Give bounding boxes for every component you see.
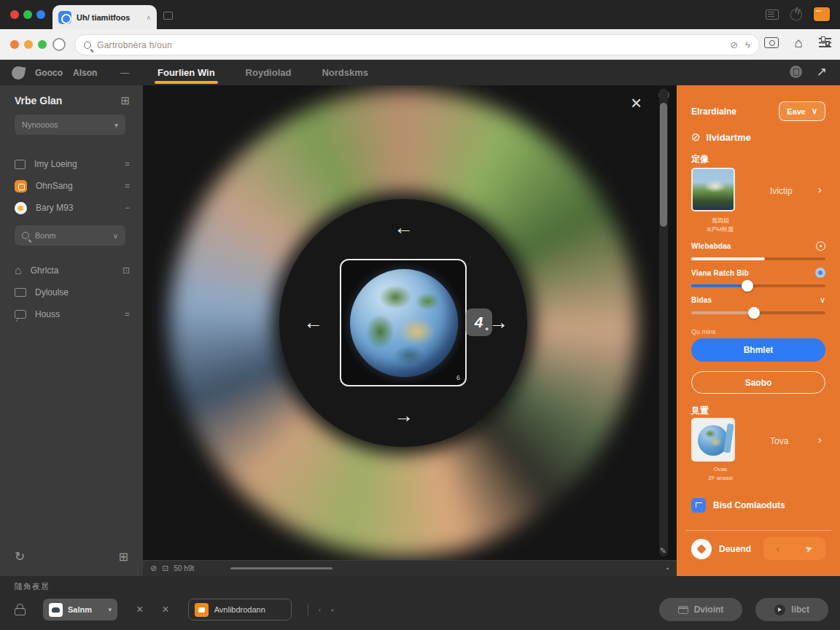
user-badge-icon[interactable] — [790, 66, 802, 78]
settings-sliders-icon[interactable] — [819, 37, 831, 48]
tab-fourlien-win[interactable]: Fourlien Win — [156, 61, 217, 84]
tab-chevron-icon[interactable]: ∧ — [146, 14, 151, 21]
lock-icon[interactable] — [15, 608, 26, 615]
file-dropdown[interactable]: Avnlibdrodann — [188, 599, 292, 621]
preview-button[interactable]: Dvioint — [659, 598, 743, 621]
blue-dot-icon[interactable] — [815, 268, 825, 278]
toolbar-dot-green[interactable] — [38, 40, 47, 49]
vertical-scrollbar[interactable] — [659, 88, 668, 556]
arrow-right-icon[interactable]: → — [489, 313, 508, 332]
slider-track[interactable] — [691, 311, 825, 314]
arrow-bottom-icon[interactable]: → — [394, 406, 413, 426]
status-right-icon[interactable]: ◔ — [664, 564, 669, 573]
card-corner-label: 6 — [456, 374, 460, 381]
badge-ring-icon[interactable] — [816, 241, 825, 251]
window-icon — [678, 606, 688, 614]
chevron-right-icon[interactable]: › — [818, 184, 822, 195]
export-button[interactable]: libct — [755, 598, 828, 621]
slider-track[interactable] — [691, 284, 825, 287]
scene-thumbnail[interactable] — [691, 168, 735, 211]
arrow-left-icon[interactable]: ← — [303, 313, 323, 332]
sidebar-item-ohnsang[interactable]: OhnSang = — [15, 178, 130, 194]
profile-circle-icon[interactable] — [52, 38, 66, 51]
slider-knob[interactable] — [742, 280, 753, 292]
share-arrow-icon[interactable]: ↗ — [817, 66, 827, 78]
sidebar-item-imy-loeing[interactable]: Imy Loeing = — [15, 156, 130, 172]
browser-tab[interactable]: Uh/ tiamitfoos ∧ — [52, 5, 157, 29]
grid-view-icon[interactable]: ⊞ — [119, 551, 128, 563]
refresh-icon[interactable]: ↻ — [15, 551, 25, 563]
panel-header-button[interactable]: Eave ∨ — [779, 101, 825, 121]
vertical-scroll-thumb[interactable] — [660, 103, 667, 227]
slider-label: Bidas — [691, 296, 712, 304]
stop-square-icon[interactable]: ⊡ — [122, 265, 130, 276]
notes-icon[interactable] — [766, 9, 779, 20]
secondary-action-button[interactable]: Saobo — [691, 371, 825, 394]
status-globe-icon[interactable]: ⊘ — [150, 564, 157, 572]
tab-nordskms[interactable]: Nordskms — [320, 61, 370, 84]
chevron-right-icon[interactable]: › — [818, 434, 822, 446]
thumbnail-caption: Ovae 2F araasi — [691, 465, 750, 483]
chevron-down-icon[interactable]: ∨ — [820, 295, 825, 305]
slider-row-3: Bidas ∨ — [691, 295, 825, 314]
slider-label: Wlebabdaa — [691, 242, 731, 250]
tab-roydiolad[interactable]: Roydiolad — [244, 61, 293, 84]
nav-back-icon[interactable]: ‹ — [776, 543, 779, 554]
bolt-icon[interactable]: ϟ — [745, 39, 750, 50]
brand-collapse-icon[interactable]: — — [120, 68, 129, 78]
pen-icon[interactable]: ✎ — [660, 546, 666, 556]
screenshot-icon[interactable] — [764, 37, 779, 48]
mini-back-icon[interactable]: ‹ — [319, 606, 321, 614]
slider-fill — [691, 284, 747, 287]
toolbar-dot-orange[interactable] — [10, 40, 19, 49]
panel-toggle-icon[interactable]: ⊞ — [120, 94, 130, 107]
item-handle-icon[interactable]: − — [125, 203, 130, 213]
status-frame-icon[interactable]: ⊡ — [162, 564, 168, 572]
slider-track[interactable] — [691, 257, 825, 260]
primary-action-button[interactable]: Bhmlet — [691, 338, 825, 362]
window-zoom-button[interactable] — [36, 10, 45, 19]
checkbox-row[interactable]: Bisd Comlaoduts — [691, 498, 785, 513]
sidebar-item-bary-m93[interactable]: Bary M93 − — [15, 200, 130, 216]
home-icon[interactable]: ⌂ — [795, 36, 803, 50]
footer-nav[interactable]: ‹ ➤ — [763, 537, 825, 560]
new-tab-icon[interactable] — [163, 12, 173, 20]
window-minimize-button[interactable] — [23, 10, 32, 19]
sidebar-item-dyloulse[interactable]: Dyloulse — [15, 284, 130, 300]
browser-toolbar: Gartrobnèra h/oun ⊘ ϟ ⌂ — [0, 29, 840, 60]
globe-thumbnail[interactable] — [691, 418, 735, 462]
globe-slash-icon[interactable]: ⊘ — [730, 39, 738, 50]
tab-title: Uh/ tiamitfoos — [77, 13, 130, 22]
horizontal-scroll-thumb[interactable] — [230, 567, 332, 569]
hand-gesture-icon[interactable] — [789, 7, 804, 22]
earth-preview-card[interactable]: 6 — [340, 259, 467, 386]
nav-forward-icon[interactable]: ➤ — [803, 542, 814, 556]
toolbar-dot-amber[interactable] — [24, 40, 33, 49]
close-icon[interactable]: × — [136, 604, 143, 615]
item-handle-icon[interactable]: = — [125, 159, 130, 169]
brand-circle-icon[interactable] — [691, 539, 712, 559]
close-icon[interactable]: × — [162, 604, 168, 615]
sidebar-title: Vrbe Glan — [15, 95, 62, 106]
checkbox-checked-icon[interactable] — [691, 498, 706, 513]
left-sidebar: Vrbe Glan ⊞ Nynoooos ▾ Imy Loeing = OhnS… — [0, 85, 143, 576]
sidebar-search-input[interactable]: Bonm ∨ — [15, 225, 125, 246]
address-text: Gartrobnèra h/oun — [97, 40, 724, 50]
sidebar-item-ghrlcta[interactable]: ⌂ Ghrlcta ⊡ — [15, 262, 130, 279]
item-handle-icon[interactable]: = — [125, 181, 130, 191]
sidebar-search-value: Bonm — [35, 231, 56, 240]
mini-stop-icon[interactable]: ▪ — [331, 606, 334, 614]
sidebar-dropdown[interactable]: Nynoooos ▾ — [15, 114, 125, 135]
sidebar-item-houss[interactable]: Houss = — [15, 306, 130, 322]
item-handle-icon[interactable]: = — [125, 309, 130, 319]
window-close-button[interactable] — [10, 10, 19, 19]
address-bar[interactable]: Gartrobnèra h/oun ⊘ ϟ — [74, 34, 760, 55]
bottom-toolbar: 隨角夜居 Salnm ▾ × × Avnlibdrodann ‹ ▪ Dvioi… — [0, 576, 840, 630]
source-dropdown[interactable]: Salnm ▾ — [43, 599, 117, 621]
close-icon[interactable]: × — [631, 93, 642, 112]
arrow-top-icon[interactable]: ← — [394, 218, 413, 238]
slider-knob[interactable] — [748, 307, 760, 319]
sidebar-dropdown-value: Nynoooos — [22, 120, 58, 129]
play-circle-icon — [774, 604, 785, 615]
orange-app-icon[interactable] — [814, 7, 830, 21]
